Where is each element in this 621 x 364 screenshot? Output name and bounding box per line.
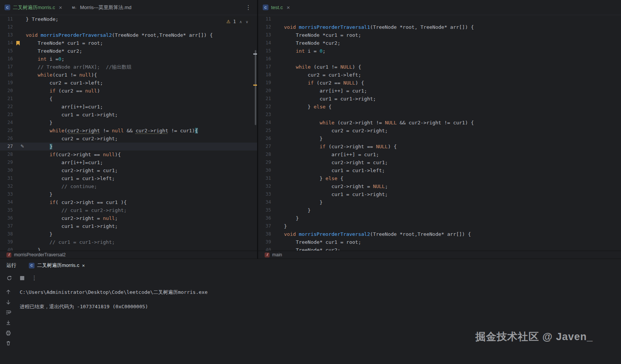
gutter[interactable] (271, 206, 284, 214)
code-line[interactable]: 31 cur1 = cur1->left; (0, 174, 257, 182)
line-number[interactable]: 30 (0, 166, 13, 174)
code-line[interactable]: 13 TreeNode *cur1 = root; (258, 31, 621, 39)
line-number[interactable]: 32 (0, 182, 13, 190)
gutter[interactable] (271, 143, 284, 151)
code-line[interactable]: 15 TreeNode* cur2; (0, 47, 257, 55)
gutter[interactable] (13, 166, 26, 174)
code-line[interactable]: 19 if (cur2 == NULL) { (258, 79, 621, 87)
line-number[interactable]: 31 (0, 174, 13, 182)
gutter[interactable] (13, 214, 26, 222)
gutter[interactable] (271, 47, 284, 55)
line-number[interactable]: 30 (258, 166, 271, 174)
code-line[interactable]: 32 cur2->right = NULL; (258, 182, 621, 190)
code-line[interactable]: 40 } (0, 246, 257, 251)
gutter[interactable] (13, 198, 26, 206)
gutter[interactable] (13, 119, 26, 127)
rerun-icon[interactable] (6, 275, 13, 281)
gutter[interactable] (271, 79, 284, 87)
arrow-up-icon[interactable] (5, 289, 12, 295)
gutter[interactable] (13, 158, 26, 166)
code-line[interactable]: 23 (258, 111, 621, 119)
code-line[interactable]: 31 } else { (258, 174, 621, 182)
line-number[interactable]: 26 (258, 135, 271, 143)
code-line[interactable]: 21 { (0, 95, 257, 103)
code-line[interactable]: 29 cur2->right = cur1; (258, 158, 621, 166)
inspection-widget[interactable]: ⚠ 1 ∧ ∨ (224, 17, 251, 27)
line-number[interactable]: 36 (258, 214, 271, 222)
gutter[interactable] (271, 182, 284, 190)
gutter[interactable] (271, 23, 284, 31)
line-number[interactable]: 34 (258, 198, 271, 206)
close-icon[interactable]: × (287, 5, 290, 10)
code-line[interactable]: 35 // cur1 = cur2->right; (0, 206, 257, 214)
run-tab[interactable]: C 二叉树遍历morris.c × (27, 259, 87, 272)
line-number[interactable]: 12 (0, 23, 13, 31)
print-icon[interactable] (5, 329, 12, 336)
line-number[interactable]: 19 (0, 79, 13, 87)
code-line[interactable]: 17 // TreeNode arr[MAX]; //输出数组 (0, 63, 257, 71)
gutter[interactable] (13, 238, 26, 246)
gutter[interactable] (271, 39, 284, 47)
line-number[interactable]: 21 (0, 95, 13, 103)
code-line[interactable]: 28 arr[i++] = cur1; (258, 151, 621, 158)
line-number[interactable]: 12 (258, 23, 271, 31)
gutter[interactable] (13, 182, 26, 190)
line-number[interactable]: 32 (258, 182, 271, 190)
gutter[interactable] (271, 222, 284, 230)
code-line[interactable]: 26 cur2 = cur2->right; (0, 135, 257, 143)
gutter[interactable] (271, 55, 284, 63)
gutter[interactable] (13, 15, 26, 23)
code-line[interactable]: 22 } else { (258, 103, 621, 111)
line-number[interactable]: 29 (258, 158, 271, 166)
line-number[interactable]: 15 (258, 47, 271, 55)
left-editor[interactable]: ⚠ 1 ∧ ∨ 11} TreeNode;1213void morrisPreo… (0, 15, 257, 251)
code-line[interactable]: 18 while(cur1 != null){ (0, 71, 257, 79)
clear-console-icon[interactable] (5, 340, 12, 347)
gutter[interactable] (271, 15, 284, 23)
gutter[interactable] (271, 103, 284, 111)
gutter[interactable] (271, 119, 284, 127)
gutter[interactable] (271, 87, 284, 95)
code-line[interactable]: 19 cur2 = cur1->left; (0, 79, 257, 87)
gutter[interactable] (271, 190, 284, 198)
bookmark-icon[interactable] (16, 41, 20, 46)
line-number[interactable]: 25 (258, 127, 271, 135)
gutter[interactable] (271, 95, 284, 103)
code-line[interactable]: 22 arr[i++]=cur1; (0, 103, 257, 111)
code-line[interactable]: 21 cur1 = cur1->right; (258, 95, 621, 103)
code-line[interactable]: 18 cur2 = cur1->left; (258, 71, 621, 79)
soft-wrap-icon[interactable] (5, 309, 12, 316)
line-number[interactable]: 13 (258, 31, 271, 39)
tab-morris-md[interactable]: M↓ Morris---莫里斯算法.md (67, 0, 136, 15)
code-line[interactable]: 32 // continue; (0, 182, 257, 190)
code-line[interactable]: 36 } (258, 214, 621, 222)
code-line[interactable]: 16 int i =0; (0, 55, 257, 63)
gutter[interactable] (13, 230, 26, 238)
gutter[interactable] (13, 151, 26, 158)
scroll-to-end-icon[interactable] (5, 319, 12, 326)
line-number[interactable]: 14 (0, 39, 13, 47)
line-number[interactable]: 17 (258, 63, 271, 71)
code-line[interactable]: 11} TreeNode; (0, 15, 257, 23)
gutter[interactable] (13, 87, 26, 95)
line-number[interactable]: 22 (258, 103, 271, 111)
code-line[interactable]: 39 // cur1 = cur1->right; (0, 238, 257, 246)
gutter[interactable] (13, 39, 26, 47)
code-line[interactable]: 26 } (258, 135, 621, 143)
code-line[interactable]: 37} (258, 222, 621, 230)
code-line[interactable]: 15 int i = 0; (258, 47, 621, 55)
code-line[interactable]: 24 while (cur2->right != NULL && cur2->r… (258, 119, 621, 127)
line-number[interactable]: 16 (0, 55, 13, 63)
code-line[interactable]: 25 cur2 = cur2->right; (258, 127, 621, 135)
line-number[interactable]: 39 (258, 238, 271, 246)
code-line[interactable]: 27✎ } (0, 143, 257, 151)
line-number[interactable]: 38 (258, 230, 271, 238)
gutter[interactable] (13, 23, 26, 31)
code-line[interactable]: 13void morrisPreorderTraversal2(TreeNode… (0, 31, 257, 39)
gutter[interactable] (271, 174, 284, 182)
gutter[interactable] (271, 111, 284, 119)
code-line[interactable]: 38void morrisPreorderTraversal2(TreeNode… (258, 230, 621, 238)
breadcrumb-function[interactable]: morrisPreorderTraversal2 (14, 252, 66, 257)
line-number[interactable]: 13 (0, 31, 13, 39)
code-line[interactable]: 33 cur1 = cur1->right; (258, 190, 621, 198)
